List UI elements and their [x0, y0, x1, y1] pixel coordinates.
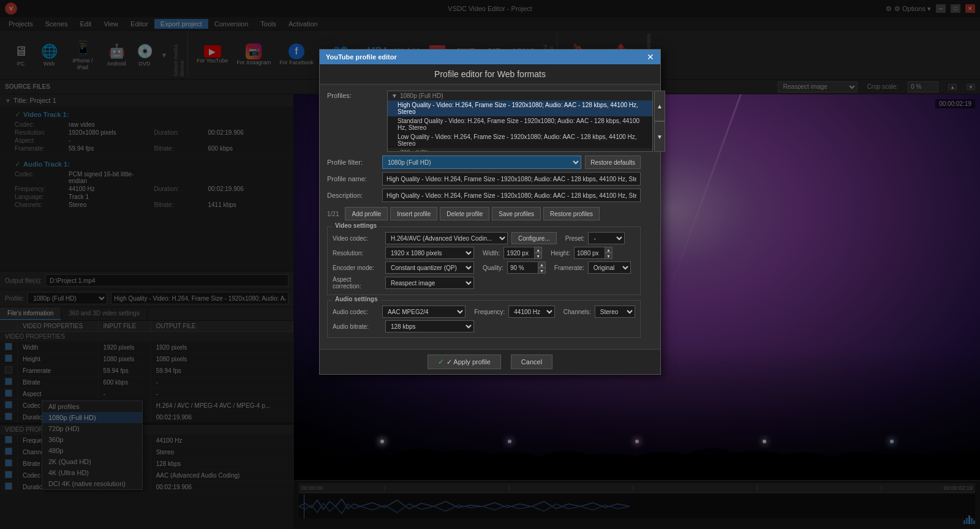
modal-close-button[interactable]: ✕: [647, 53, 654, 61]
width-label-m: Width:: [483, 250, 500, 257]
scroll-down-button[interactable]: ▼: [654, 121, 665, 152]
audio-bitrate-label: Audio bitrate:: [333, 323, 382, 330]
delete-profile-button[interactable]: Delete profile: [440, 207, 489, 220]
audio-settings-title: Audio settings: [333, 296, 380, 302]
width-input[interactable]: [503, 247, 534, 259]
profile-group-1080p: ▼ 1080p (Full HD): [388, 91, 652, 100]
height-label-m: Height:: [551, 250, 570, 257]
insert-profile-button[interactable]: Insert profile: [390, 207, 437, 220]
apply-profile-label: ✓ Apply profile: [447, 358, 491, 366]
group-label: 1080p (Full HD): [400, 92, 443, 99]
apply-profile-button[interactable]: ✓ ✓ Apply profile: [428, 355, 501, 369]
modal-heading: Profile editor for Web formats: [320, 64, 660, 84]
group-label: 720p (HD): [400, 149, 428, 152]
quality-up[interactable]: ▲: [538, 261, 546, 268]
add-profile-button[interactable]: Add profile: [345, 207, 388, 220]
preset-label: Preset:: [565, 235, 585, 242]
preset-select[interactable]: -: [588, 232, 625, 244]
video-codec-select[interactable]: H.264/AVC (Advanced Video Codin...: [385, 232, 508, 244]
audio-settings-section: Audio settings Audio codec: AAC MPEG2/4 …: [327, 300, 641, 338]
profiles-actions-row: 1/21 Add profile Insert profile Delete p…: [327, 207, 641, 220]
group-collapse-icon: ▼: [391, 92, 398, 99]
modal-body: Profiles: ▼ 1080p (Full HD) High Quality…: [320, 84, 660, 349]
height-up[interactable]: ▲: [605, 247, 612, 253]
quality-label-m: Quality:: [483, 264, 503, 271]
cancel-button[interactable]: Cancel: [511, 355, 552, 369]
description-label: Description:: [327, 192, 382, 199]
resolution-select[interactable]: 1920 x 1080 pixels: [385, 247, 474, 259]
framerate-select[interactable]: Original: [588, 261, 631, 274]
aspect-label-m: Aspect correction:: [333, 276, 382, 290]
modal-heading-text: Profile editor for Web formats: [330, 69, 650, 79]
video-codec-label: Video codec:: [333, 235, 382, 242]
restore-defaults-button[interactable]: Restore defaults: [585, 156, 641, 169]
channels-label-m: Channels:: [564, 309, 591, 315]
profile-filter-row: Profile filter: 1080p (Full HD) Restore …: [327, 156, 641, 169]
profiles-count: 1/21: [327, 211, 339, 217]
video-settings-title: Video settings: [333, 222, 379, 229]
profile-entry[interactable]: High Quality - Video: H.264, Frame Size …: [388, 100, 652, 116]
frequency-select[interactable]: 44100 Hz: [508, 306, 555, 318]
profile-entry[interactable]: Standard Quality - Video: H.264, Frame S…: [388, 116, 652, 132]
frequency-label-m: Frequency:: [474, 309, 505, 315]
modal-title: YouTube profile editor: [326, 53, 397, 61]
profiles-list[interactable]: ▼ 1080p (Full HD) High Quality - Video: …: [387, 91, 653, 152]
quality-down[interactable]: ▼: [538, 268, 546, 274]
resolution-label-m: Resolution:: [333, 250, 382, 257]
profile-name-row: Profile name:: [327, 172, 641, 186]
quality-input[interactable]: [507, 261, 538, 274]
save-profiles-button[interactable]: Save profiles: [492, 207, 541, 220]
audio-bitrate-select[interactable]: 128 kbps: [385, 320, 474, 332]
aspect-select[interactable]: Reaspect image: [385, 277, 474, 289]
framerate-label-m: Framerate:: [554, 264, 584, 271]
encoder-mode-label: Encoder mode:: [333, 264, 382, 271]
modal-overlay: YouTube profile editor ✕ Profile editor …: [0, 0, 980, 529]
modal-footer: ✓ ✓ Apply profile Cancel: [320, 349, 660, 374]
description-input[interactable]: [382, 189, 641, 202]
width-up[interactable]: ▲: [534, 247, 542, 253]
profile-entry[interactable]: Low Quality - Video: H.264, Frame Size -…: [388, 132, 652, 148]
profiles-label: Profiles:: [327, 91, 382, 152]
channels-select[interactable]: Stereo: [595, 306, 635, 318]
video-settings-section: Video settings Video codec: H.264/AVC (A…: [327, 227, 641, 295]
encoder-mode-select[interactable]: Constant quantizer (QP): [385, 261, 474, 274]
profile-group-720p: ▼ 720p (HD): [388, 148, 652, 152]
modal-titlebar: YouTube profile editor ✕: [320, 50, 660, 64]
profile-name-label: Profile name:: [327, 175, 382, 182]
audio-codec-select[interactable]: AAC MPEG2/4: [382, 306, 466, 318]
audio-codec-label: Audio codec:: [333, 309, 379, 315]
youtube-profile-editor-dialog: YouTube profile editor ✕ Profile editor …: [319, 49, 661, 375]
height-down[interactable]: ▼: [605, 253, 612, 259]
checkmark-icon: ✓: [438, 358, 444, 366]
width-down[interactable]: ▼: [534, 253, 542, 259]
group-collapse-icon: ▼: [391, 149, 398, 152]
description-row: Description:: [327, 189, 641, 202]
restore-profiles-button[interactable]: Restore profiles: [543, 207, 600, 220]
profile-name-input[interactable]: [382, 172, 641, 186]
profile-filter-label: Profile filter:: [327, 159, 382, 166]
configure-button[interactable]: Configure...: [511, 232, 557, 244]
profile-filter-select[interactable]: 1080p (Full HD): [382, 156, 581, 169]
scroll-up-button[interactable]: ▲: [654, 91, 665, 121]
height-input[interactable]: [574, 247, 605, 259]
